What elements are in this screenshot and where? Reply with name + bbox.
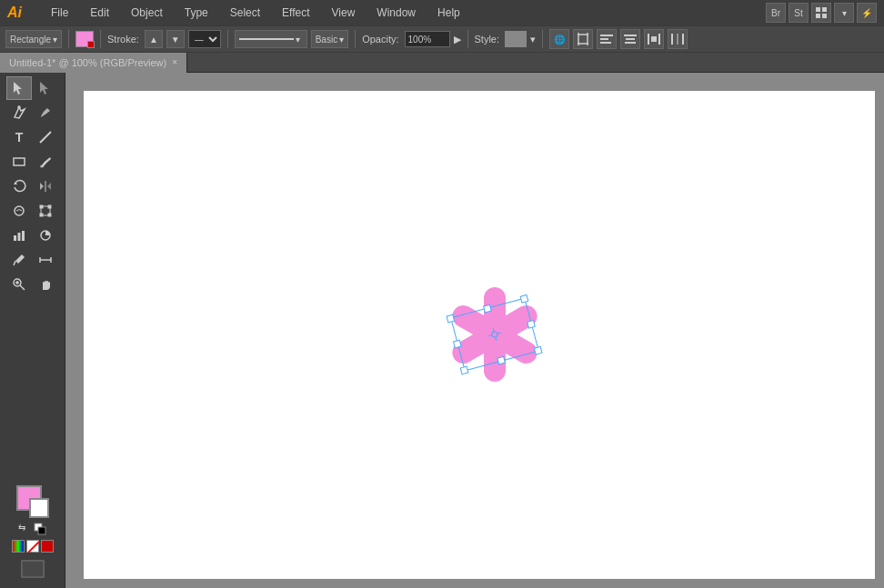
artboard-icon[interactable] (573, 29, 593, 49)
workspace-icon[interactable] (811, 3, 831, 23)
eyedropper-tool[interactable] (6, 248, 32, 272)
line-style-selector[interactable]: ▾ (235, 30, 307, 48)
gpu-icon[interactable]: ⚡ (857, 3, 877, 23)
zoom-tool[interactable] (6, 273, 32, 296)
active-tab[interactable]: Untitled-1* @ 100% (RGB/Preview) × (0, 53, 187, 73)
pie-chart-tool[interactable] (33, 224, 58, 247)
stroke-label: Stroke: (107, 34, 139, 45)
asterisk-shape[interactable] (440, 280, 549, 389)
stroke-select[interactable]: — (188, 30, 221, 48)
svg-rect-11 (600, 42, 611, 44)
fill-swatch[interactable] (75, 31, 94, 47)
menu-window[interactable]: Window (373, 5, 419, 21)
style-label: Style: (475, 34, 500, 45)
menu-edit[interactable]: Edit (86, 5, 113, 21)
svg-rect-38 (22, 231, 25, 241)
rotate-tool[interactable] (6, 174, 32, 198)
direct-select-tool[interactable] (33, 76, 58, 100)
svg-rect-51 (22, 561, 44, 577)
tool-row-5 (6, 174, 58, 198)
menu-effect[interactable]: Effect (278, 5, 313, 21)
menu-object[interactable]: Object (127, 5, 166, 21)
menu-view[interactable]: View (328, 5, 359, 21)
stroke-up-btn[interactable]: ▲ (145, 30, 163, 48)
align-distribute-icon[interactable] (668, 29, 688, 49)
hand-tool[interactable] (33, 273, 58, 296)
artboard-toggle[interactable] (20, 559, 45, 581)
free-transform-tool[interactable] (33, 199, 58, 223)
mesh-btn[interactable] (41, 540, 54, 553)
pen-tool[interactable] (6, 101, 32, 125)
default-colors-icon[interactable] (34, 523, 46, 535)
tab-bar: Untitled-1* @ 100% (RGB/Preview) × (0, 53, 884, 73)
divider-1 (68, 30, 69, 48)
none-btn[interactable] (26, 540, 39, 553)
measure-tool[interactable] (33, 248, 58, 272)
svg-rect-12 (624, 35, 637, 36)
line-tool[interactable] (33, 125, 58, 149)
divider-3 (227, 30, 228, 48)
link-icon[interactable]: 🌐 (549, 29, 569, 49)
color-swatches[interactable] (16, 485, 49, 518)
opacity-more-icon[interactable]: ▶ (454, 34, 461, 45)
color-mode-btn[interactable] (12, 540, 25, 553)
svg-point-23 (18, 106, 21, 109)
style-swatch[interactable] (505, 31, 527, 47)
svg-rect-19 (682, 34, 684, 45)
shape-container[interactable] (440, 280, 549, 391)
menu-file[interactable]: File (47, 5, 72, 21)
menu-type[interactable]: Type (181, 5, 212, 21)
workspace-dropdown[interactable]: ▾ (834, 3, 854, 23)
svg-rect-3 (822, 14, 827, 18)
svg-rect-34 (40, 214, 43, 216)
style-dropdown-icon[interactable]: ▾ (530, 34, 536, 45)
pencil-tool[interactable] (33, 101, 58, 125)
rectangle-tool[interactable] (6, 150, 32, 174)
menu-help[interactable]: Help (434, 5, 464, 21)
top-toolbar: Rectangle ▾ Stroke: ▲ ▼ — ▾ Basic ▾ Opac… (0, 25, 884, 53)
svg-rect-18 (671, 34, 673, 45)
svg-rect-49 (38, 527, 45, 534)
stroke-down-btn[interactable]: ▼ (166, 30, 185, 48)
canvas-area[interactable] (65, 73, 884, 588)
tool-row-1 (6, 76, 58, 100)
brush-tool[interactable] (33, 150, 58, 174)
svg-rect-13 (626, 38, 635, 40)
stock-icon[interactable]: St (789, 3, 809, 23)
tool-row-9 (6, 273, 58, 296)
basic-label: Basic (316, 35, 337, 45)
stroke-color-swatch[interactable] (29, 498, 49, 518)
svg-marker-28 (40, 183, 44, 190)
svg-rect-15 (648, 34, 649, 45)
tab-close-btn[interactable]: × (172, 57, 177, 67)
shape-selector[interactable]: Rectangle ▾ (5, 30, 62, 48)
type-tool[interactable]: T (6, 125, 32, 149)
tool-row-4 (6, 150, 58, 174)
basic-selector[interactable]: Basic ▾ (311, 30, 348, 48)
svg-rect-37 (18, 233, 21, 241)
svg-marker-22 (40, 82, 48, 95)
column-graph-tool[interactable] (6, 224, 32, 247)
tab-title: Untitled-1* @ 100% (RGB/Preview) (9, 57, 166, 68)
svg-rect-14 (625, 42, 636, 44)
svg-rect-0 (816, 7, 820, 12)
svg-point-30 (15, 206, 24, 215)
menu-select[interactable]: Select (226, 5, 264, 21)
reflect-tool[interactable] (33, 174, 58, 198)
swap-colors-icon[interactable]: ⇆ (18, 523, 31, 535)
opacity-input[interactable] (405, 31, 450, 47)
svg-rect-4 (578, 35, 588, 44)
svg-line-40 (14, 261, 15, 265)
tool-row-3: T (6, 125, 58, 149)
svg-rect-17 (651, 36, 657, 42)
svg-rect-1 (822, 7, 827, 12)
align-dist-icon[interactable] (644, 29, 664, 49)
select-tool[interactable] (6, 76, 32, 100)
bridge-icon[interactable]: Br (766, 3, 786, 23)
align-left-icon[interactable] (597, 29, 617, 49)
align-center-icon[interactable] (620, 29, 640, 49)
svg-rect-2 (816, 14, 820, 18)
warp-tool[interactable] (6, 199, 32, 223)
svg-point-26 (40, 165, 44, 168)
line-dropdown-icon: ▾ (296, 35, 300, 45)
